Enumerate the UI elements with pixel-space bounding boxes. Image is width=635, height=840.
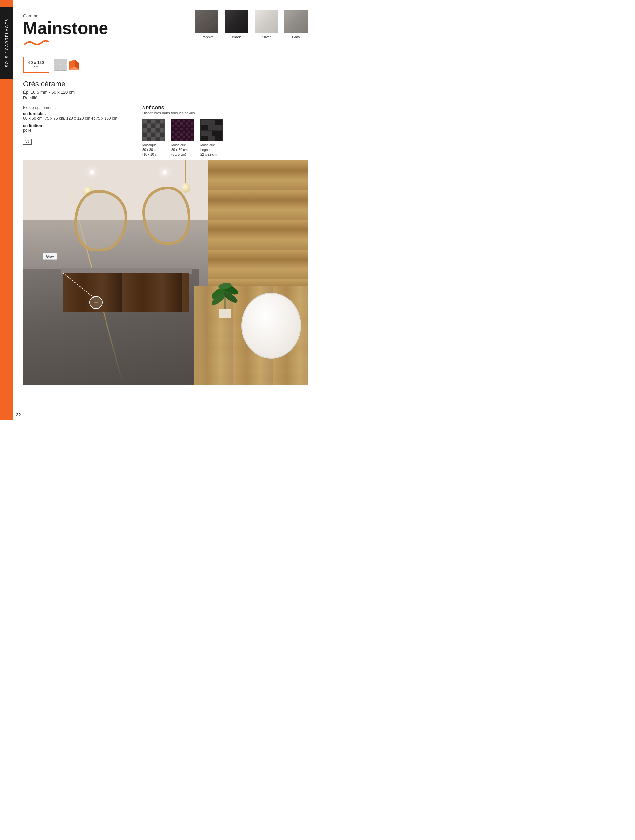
format-size: 60 x 120 xyxy=(29,60,44,65)
gray-tag: Gray xyxy=(43,253,57,259)
product-type: Grès cérame xyxy=(23,80,307,88)
orange-wave-icon xyxy=(23,39,50,47)
gamme-label: Gamme xyxy=(23,13,122,18)
product-desc: Grès cérame Ép. 10,5 mm - 60 x 120 cm Re… xyxy=(23,80,307,100)
page-number: 22 xyxy=(16,412,21,417)
swatch-silver-box xyxy=(255,10,278,33)
product-rectifie: Rectifié xyxy=(23,95,307,100)
v3-badge: V3 xyxy=(23,139,32,145)
finition-value: polie xyxy=(23,128,129,133)
decor-item-legno: MosaïqueLegno22 x 22 cm xyxy=(200,119,223,157)
swatch-black-box xyxy=(225,10,248,33)
swatch-silver-label: Silver xyxy=(261,35,271,39)
swatch-graphite-box xyxy=(195,10,218,33)
svg-rect-0 xyxy=(55,59,60,65)
sidebar-label: Sols / CARRELAGES xyxy=(0,6,13,79)
swatch-gray-box xyxy=(284,10,307,33)
color-swatches-area: Graphite Black Silver Gray xyxy=(195,10,307,39)
swatch-graphite: Graphite xyxy=(195,10,218,39)
finition-label: en finition : xyxy=(23,123,129,128)
plus-circle-button[interactable] xyxy=(89,296,103,309)
pendant-left-cord xyxy=(88,160,88,188)
product-thickness: Ép. 10,5 mm - 60 x 120 cm xyxy=(23,90,307,95)
swatch-silver: Silver xyxy=(255,10,278,39)
formats-label: en formats : xyxy=(23,111,129,116)
format-box: 60 x 120 cm xyxy=(23,57,49,73)
gray-tag-text: Gray xyxy=(46,254,54,258)
svg-line-14 xyxy=(63,273,96,299)
v3-label: V3 xyxy=(25,140,29,144)
grid-tile-icon xyxy=(54,58,67,71)
specs-col: Existe également : en formats : 60 x 60 … xyxy=(23,106,129,157)
decor-swatches: Mosaïque30 x 30 cm(10 x 10 cm) xyxy=(142,119,307,157)
decor-label-5x5: Mosaïque30 x 30 cm(5 x 5 cm) xyxy=(171,143,194,157)
main-content: Gamme Mainstone 60 x 120 cm xyxy=(13,0,318,392)
tile-3d-icon xyxy=(54,58,80,71)
decors-title: 3 DÉCORS xyxy=(142,106,307,111)
plant-icon xyxy=(212,266,238,319)
svg-rect-3 xyxy=(61,65,67,71)
swatch-black: Black xyxy=(225,10,248,39)
swatch-gray-label: Gray xyxy=(292,35,300,39)
svg-rect-1 xyxy=(61,59,67,65)
recessed-light-2 xyxy=(162,170,167,175)
exists-label: Existe également : xyxy=(23,106,129,110)
decor-label-10x10: Mosaïque30 x 30 cm(10 x 10 cm) xyxy=(142,143,165,157)
specs-decors-row: Existe également : en formats : 60 x 60 … xyxy=(23,106,307,157)
svg-rect-7 xyxy=(219,309,231,318)
product-title-main: Mainstone xyxy=(23,19,122,37)
decors-col: 3 DÉCORS Disponibles dans tous les color… xyxy=(142,106,307,157)
decors-subtitle: Disponibles dans tous les coloris xyxy=(142,111,307,115)
pendant-right-ball xyxy=(181,183,190,193)
mirror-right xyxy=(142,187,190,245)
sidebar-text: Sols / CARRELAGES xyxy=(5,19,9,68)
header-row: Gamme Mainstone 60 x 120 cm xyxy=(23,10,307,73)
decor-box-5x5 xyxy=(171,119,194,142)
pendant-right-cord xyxy=(185,160,186,185)
top-section: Gamme Mainstone 60 x 120 cm xyxy=(23,10,307,392)
bathroom-image: Gray xyxy=(23,160,307,385)
swatch-graphite-label: Graphite xyxy=(200,35,214,39)
decor-label-legno: MosaïqueLegno22 x 22 cm xyxy=(200,143,223,157)
svg-rect-2 xyxy=(55,65,60,71)
plant xyxy=(212,266,238,319)
recessed-light-1 xyxy=(89,170,95,175)
decor-item-5x5: Mosaïque30 x 30 cm(5 x 5 cm) xyxy=(171,119,194,157)
decor-item-10x10: Mosaïque30 x 30 cm(10 x 10 cm) xyxy=(142,119,165,157)
format-unit: cm xyxy=(29,65,44,69)
perspective-tile-icon xyxy=(68,58,80,71)
decor-box-legno xyxy=(200,119,223,142)
swatch-black-label: Black xyxy=(232,35,241,39)
title-area: Gamme Mainstone 60 x 120 cm xyxy=(23,10,122,73)
bathtub xyxy=(241,292,301,359)
format-box-area: 60 x 120 cm xyxy=(23,57,122,73)
swatch-gray: Gray xyxy=(284,10,307,39)
decor-box-10x10 xyxy=(142,119,165,142)
formats-value: 60 x 60 cm, 75 x 75 cm, 120 x 120 cm et … xyxy=(23,116,129,121)
